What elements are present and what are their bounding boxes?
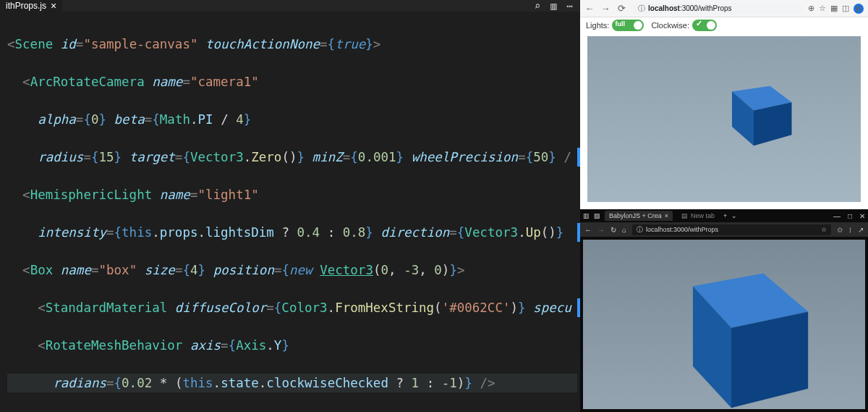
svg-marker-5 — [731, 312, 808, 408]
avatar[interactable]: B — [854, 4, 864, 14]
ext-icon[interactable]: ▦ — [830, 4, 838, 13]
chrome-toolbar: ← → ⟳ ⓘ localhost:3000/withProps ⊕ ☆ ▦ ◫… — [580, 0, 868, 17]
lights-label: Lights: — [586, 21, 609, 30]
forward-icon[interactable]: → — [600, 3, 610, 14]
maximize-icon[interactable]: □ — [848, 212, 852, 220]
reload-icon[interactable]: ↻ — [610, 226, 616, 234]
zoom-icon[interactable]: ⊕ — [808, 4, 814, 13]
edge-tab-active[interactable]: BabylonJS + Crea× — [605, 211, 673, 221]
chrome-browser: ← → ⟳ ⓘ localhost:3000/withProps ⊕ ☆ ▦ ◫… — [580, 0, 868, 209]
tabs-icon[interactable]: ▥ — [583, 212, 590, 219]
forward-icon[interactable]: → — [597, 226, 605, 234]
fav-icon[interactable]: ✩ — [837, 226, 843, 234]
star-icon[interactable]: ☆ — [821, 226, 827, 233]
star-icon[interactable]: ☆ — [819, 4, 826, 13]
info-icon: ⓘ — [638, 4, 645, 14]
back-icon[interactable]: ← — [584, 226, 592, 234]
more-icon[interactable]: ⋯ — [567, 0, 573, 12]
close-icon[interactable]: × — [665, 212, 668, 219]
close-icon[interactable]: × — [51, 0, 56, 12]
split-icon[interactable]: ▥ — [550, 0, 556, 12]
editor-tab[interactable]: ithProps.js × — [0, 0, 62, 12]
address-bar[interactable]: ⓘ localhost:3000/withProps — [632, 3, 802, 14]
page-icon: ▤ — [681, 212, 688, 219]
back-icon[interactable]: ← — [584, 3, 595, 14]
reload-icon[interactable]: ⟳ — [616, 3, 626, 14]
minimize-icon[interactable]: — — [833, 212, 841, 220]
clockwise-toggle[interactable] — [692, 20, 717, 31]
edge-nav: ← → ↻ ⌂ ⓘ localhost:3000/withProps ☆ ✩ ⫶… — [580, 222, 868, 237]
search-icon[interactable]: ⌕ — [535, 0, 540, 12]
ext2-icon[interactable]: ◫ — [842, 4, 849, 13]
babylon-canvas-bottom[interactable] — [583, 240, 865, 409]
close-window-icon[interactable]: ✕ — [859, 212, 865, 220]
lights-toggle[interactable]: full — [612, 20, 644, 31]
tab-filename: ithProps.js — [6, 1, 46, 11]
tab-actions: ⌕ ▥ ⋯ — [535, 0, 580, 12]
share-icon[interactable]: ↗ — [858, 226, 864, 234]
babylon-canvas-top[interactable] — [587, 36, 861, 202]
home-icon[interactable]: ⌂ — [622, 226, 626, 234]
edge-address-bar[interactable]: ⓘ localhost:3000/withProps ☆ — [632, 224, 831, 235]
editor-pane: ithProps.js × ⌕ ▥ ⋯ <Scene id="sample-ca… — [0, 0, 580, 412]
edge-tab-new[interactable]: ▤ New tab — [677, 211, 719, 221]
browsers-pane: ← → ⟳ ⓘ localhost:3000/withProps ⊕ ☆ ▦ ◫… — [580, 0, 868, 412]
edge-titlebar: ▥ ▧ BabylonJS + Crea× ▤ New tab + ⌄ — □ … — [580, 209, 868, 222]
reading-icon[interactable]: ⫶ — [848, 226, 852, 234]
set-aside-icon[interactable]: ▧ — [594, 212, 600, 219]
edge-browser: ▥ ▧ BabylonJS + Crea× ▤ New tab + ⌄ — □ … — [580, 209, 868, 412]
code-editor[interactable]: <Scene id="sample-canvas" touchActionNon… — [0, 12, 580, 412]
chevron-down-icon[interactable]: ⌄ — [731, 212, 737, 219]
info-icon: ⓘ — [637, 225, 643, 235]
clockwise-label: Clockwise: — [651, 21, 689, 30]
tab-bar: ithProps.js × ⌕ ▥ ⋯ — [0, 0, 580, 12]
add-tab-icon[interactable]: + — [723, 212, 727, 219]
app-controls: Lights: full Clockwise: — [580, 17, 868, 33]
